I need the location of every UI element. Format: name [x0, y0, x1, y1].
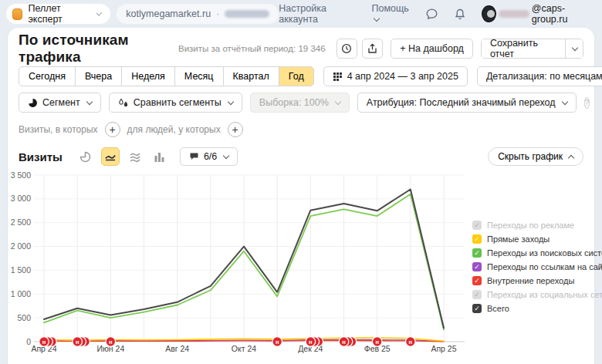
legend-item-total[interactable]: ✓Всего [472, 302, 602, 315]
legend-checkbox[interactable]: ✓ [472, 221, 482, 230]
svg-text:Окт 24: Окт 24 [232, 344, 256, 353]
svg-text:2 000: 2 000 [11, 241, 31, 251]
svg-text:3 500: 3 500 [11, 170, 31, 180]
svg-text:0: 0 [26, 337, 31, 346]
tab-year[interactable]: Год [279, 66, 314, 86]
svg-text:1 000: 1 000 [11, 289, 31, 298]
svg-text:Авг 24: Авг 24 [165, 344, 189, 353]
legend-checkbox[interactable]: ✓ [472, 234, 482, 244]
legend-item-ads[interactable]: ✓Переходы по рекламе [472, 218, 602, 232]
legend-checkbox[interactable]: ✓ [472, 248, 482, 258]
legend-item-social[interactable]: ✓Переходы из социальных сетей [472, 288, 602, 302]
legend-item-internal[interactable]: ✓Внутренние переходы [472, 274, 602, 288]
svg-text:н: н [342, 339, 346, 345]
svg-text:н: н [409, 339, 413, 345]
legend-checkbox[interactable]: ✓ [472, 304, 482, 313]
svg-text:н: н [109, 339, 113, 345]
svg-text:н: н [375, 339, 379, 345]
svg-text:н: н [76, 339, 79, 345]
legend-checkbox[interactable]: ✓ [472, 276, 482, 285]
svg-text:3 000: 3 000 [11, 194, 31, 203]
legend-item-search[interactable]: ✓Переходы из поисковых систем [472, 246, 602, 260]
svg-text:н: н [276, 339, 279, 345]
legend-checkbox[interactable]: ✓ [472, 262, 482, 271]
svg-text:500: 500 [17, 313, 31, 322]
legend-item-site-links[interactable]: ✓Переходы по ссылкам на сайтах [472, 260, 602, 274]
svg-text:н: н [309, 339, 313, 345]
svg-text:н: н [42, 339, 46, 345]
legend-item-direct[interactable]: ✓Прямые заходы [472, 232, 602, 246]
svg-text:1 500: 1 500 [11, 265, 31, 275]
legend-checkbox[interactable]: ✓ [472, 290, 482, 299]
chart-legend: ✓Переходы по рекламе ✓Прямые заходы ✓Пер… [472, 218, 602, 315]
svg-text:Апр 25: Апр 25 [431, 344, 456, 353]
svg-text:2 500: 2 500 [11, 217, 31, 227]
